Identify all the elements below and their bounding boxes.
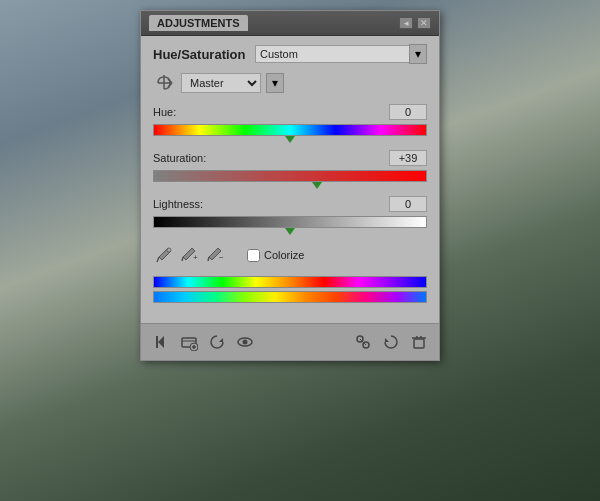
adjustments-panel: ADJUSTMENTS ◂ ✕ Hue/Saturation Custom De… [140, 10, 440, 361]
preset-dropdown: Custom Default Cyanotype Increase Satura… [255, 44, 427, 64]
hue-value[interactable] [389, 104, 427, 120]
reset-btn[interactable] [205, 330, 229, 354]
saturation-track-container[interactable] [153, 168, 427, 190]
spectrum-section [153, 276, 427, 303]
section-header: Hue/Saturation Custom Default Cyanotype … [153, 44, 427, 64]
channel-icon [153, 72, 175, 94]
saturation-thumb[interactable] [312, 182, 322, 189]
svg-point-18 [243, 340, 248, 345]
visibility-btn[interactable] [233, 330, 257, 354]
hue-track [153, 124, 427, 136]
panel-footer [141, 323, 439, 360]
titlebar-icons: ◂ ✕ [399, 17, 431, 29]
lightness-label: Lightness: [153, 198, 203, 210]
svg-marker-22 [385, 338, 389, 342]
hue-label: Hue: [153, 106, 176, 118]
delete-btn[interactable] [407, 330, 431, 354]
hue-slider-group: Hue: [153, 104, 427, 144]
svg-rect-23 [414, 339, 424, 348]
new-adjustment-btn[interactable] [177, 330, 201, 354]
panel-title: ADJUSTMENTS [149, 15, 248, 31]
lightness-label-row: Lightness: [153, 196, 427, 212]
lightness-slider-group: Lightness: [153, 196, 427, 236]
svg-marker-9 [158, 336, 164, 348]
lightness-track [153, 216, 427, 228]
preset-dropdown-arrow[interactable]: ▾ [409, 44, 427, 64]
spectrum-bar-bottom [153, 291, 427, 303]
channel-row: Master Reds Yellows Greens Cyans Blues M… [153, 72, 427, 94]
panel-close-btn[interactable]: ✕ [417, 17, 431, 29]
svg-line-5 [182, 257, 183, 261]
svg-marker-16 [219, 338, 223, 342]
colorize-checkbox[interactable] [247, 249, 260, 262]
footer-left [149, 330, 257, 354]
colorize-row: + − Colorize [153, 244, 427, 266]
eyedropper-group: + − [153, 244, 227, 266]
footer-right [351, 330, 431, 354]
section-title: Hue/Saturation [153, 47, 245, 62]
colorize-label: Colorize [264, 249, 304, 261]
panel-collapse-btn[interactable]: ◂ [399, 17, 413, 29]
lightness-value[interactable] [389, 196, 427, 212]
spectrum-bar-top [153, 276, 427, 288]
back-btn[interactable] [149, 330, 173, 354]
lightness-thumb[interactable] [285, 228, 295, 235]
clip-btn[interactable] [351, 330, 375, 354]
redo-btn[interactable] [379, 330, 403, 354]
titlebar-left: ADJUSTMENTS [149, 15, 248, 31]
panel-content: Hue/Saturation Custom Default Cyanotype … [141, 36, 439, 323]
channel-select[interactable]: Master Reds Yellows Greens Cyans Blues M… [181, 73, 261, 93]
channel-dropdown-arrow[interactable]: ▾ [266, 73, 284, 93]
svg-text:−: − [219, 253, 224, 262]
svg-text:+: + [193, 253, 198, 262]
eyedropper-btn[interactable] [153, 244, 175, 266]
svg-line-7 [208, 257, 209, 261]
saturation-slider-group: Saturation: [153, 150, 427, 190]
eyedropper-add-btn[interactable]: + [179, 244, 201, 266]
panel-titlebar: ADJUSTMENTS ◂ ✕ [141, 11, 439, 36]
saturation-label-row: Saturation: [153, 150, 427, 166]
svg-line-3 [157, 257, 159, 262]
hue-track-container[interactable] [153, 122, 427, 144]
colorize-row: Colorize [247, 249, 304, 262]
svg-rect-10 [156, 336, 158, 348]
hue-thumb[interactable] [285, 136, 295, 143]
saturation-value[interactable] [389, 150, 427, 166]
saturation-label: Saturation: [153, 152, 206, 164]
hue-label-row: Hue: [153, 104, 427, 120]
eyedropper-subtract-btn[interactable]: − [205, 244, 227, 266]
saturation-track [153, 170, 427, 182]
preset-select[interactable]: Custom Default Cyanotype Increase Satura… [255, 45, 410, 63]
svg-point-4 [167, 248, 171, 252]
lightness-track-container[interactable] [153, 214, 427, 236]
